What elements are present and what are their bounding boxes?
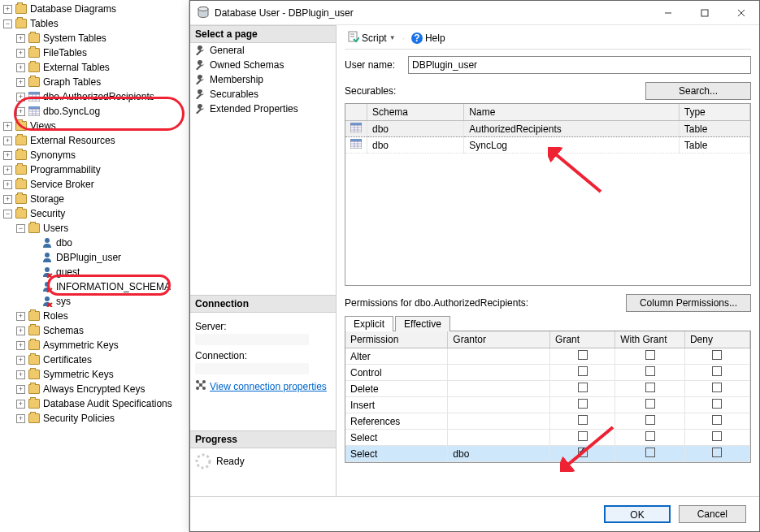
- search-button[interactable]: Search...: [645, 82, 751, 100]
- tree-item[interactable]: Roles: [0, 309, 189, 323]
- permission-row[interactable]: Control: [345, 365, 750, 381]
- tree-item[interactable]: Always Encrypted Keys: [0, 382, 189, 396]
- tree-expander[interactable]: [3, 166, 12, 175]
- tree-item[interactable]: Synonyms: [0, 148, 189, 162]
- tree-expander[interactable]: [16, 34, 25, 43]
- tree-expander[interactable]: [3, 122, 12, 131]
- checkbox[interactable]: [645, 350, 655, 360]
- tree-expander[interactable]: [3, 195, 12, 204]
- securable-row[interactable]: dboAuthorizedRecipientsTable: [345, 121, 750, 137]
- tree-item[interactable]: Certificates: [0, 353, 189, 367]
- tree-item[interactable]: Security: [0, 206, 189, 221]
- tree-item[interactable]: Users: [0, 221, 189, 236]
- tree-expander[interactable]: [16, 224, 25, 233]
- checkbox[interactable]: [712, 431, 722, 441]
- col-permission[interactable]: Permission: [345, 331, 448, 348]
- tree-item[interactable]: FileTables: [0, 45, 189, 60]
- tree-item[interactable]: Views: [0, 119, 189, 133]
- tree-expander[interactable]: [16, 312, 25, 321]
- permissions-grid[interactable]: Permission Grantor Grant With Grant Deny…: [345, 331, 751, 463]
- tree-item[interactable]: Graph Tables: [0, 75, 189, 89]
- tree-item[interactable]: System Tables: [0, 31, 189, 45]
- col-type[interactable]: Type: [679, 104, 749, 121]
- tree-item[interactable]: Symmetric Keys: [0, 367, 189, 382]
- checkbox[interactable]: [645, 431, 655, 441]
- tree-item[interactable]: External Resources: [0, 133, 189, 148]
- tree-item[interactable]: Schemas: [0, 323, 189, 338]
- page-item[interactable]: Owned Schemas: [190, 58, 336, 72]
- tree-expander[interactable]: [3, 180, 12, 189]
- tree-item[interactable]: Tables: [0, 16, 189, 31]
- checkbox[interactable]: [645, 448, 655, 457]
- tree-item[interactable]: DBPlugin_user: [0, 250, 189, 265]
- tree-expander[interactable]: [16, 327, 25, 335]
- checkbox[interactable]: [578, 448, 588, 457]
- tree-item[interactable]: Database Diagrams: [0, 2, 189, 16]
- tree-item[interactable]: guest: [0, 265, 189, 279]
- page-item[interactable]: Securables: [190, 87, 336, 102]
- tab-effective[interactable]: Effective: [395, 316, 450, 331]
- checkbox[interactable]: [578, 366, 588, 376]
- tree-item[interactable]: Programmability: [0, 162, 189, 177]
- permission-row[interactable]: Insert: [345, 397, 750, 413]
- tree-expander[interactable]: [16, 385, 25, 394]
- tree-expander[interactable]: [16, 63, 25, 72]
- tree-expander[interactable]: [16, 356, 25, 365]
- tree-item[interactable]: External Tables: [0, 60, 189, 75]
- checkbox[interactable]: [645, 415, 655, 425]
- checkbox[interactable]: [645, 366, 655, 376]
- tree-expander[interactable]: [3, 19, 12, 28]
- tree-expander[interactable]: [16, 341, 25, 350]
- tree-item[interactable]: Database Audit Specifications: [0, 396, 189, 411]
- col-grant[interactable]: Grant: [550, 331, 615, 348]
- column-permissions-button[interactable]: Column Permissions...: [626, 294, 751, 312]
- checkbox[interactable]: [578, 431, 588, 441]
- checkbox[interactable]: [645, 399, 655, 409]
- permission-row[interactable]: References: [345, 413, 750, 430]
- tree-expander[interactable]: [16, 78, 25, 87]
- securable-row[interactable]: dboSyncLogTable: [345, 137, 750, 154]
- checkbox[interactable]: [712, 415, 722, 425]
- tree-item[interactable]: INFORMATION_SCHEMA: [0, 279, 189, 294]
- help-button[interactable]: Help: [408, 31, 449, 45]
- checkbox[interactable]: [712, 383, 722, 392]
- checkbox[interactable]: [712, 350, 722, 360]
- col-schema[interactable]: Schema: [367, 104, 464, 121]
- ok-button[interactable]: OK: [604, 505, 670, 523]
- checkbox[interactable]: [645, 383, 655, 392]
- cancel-button[interactable]: Cancel: [679, 505, 746, 523]
- tree-expander[interactable]: [16, 107, 25, 116]
- permission-row[interactable]: Select: [345, 430, 750, 446]
- securables-grid[interactable]: Schema Name Type dboAuthorizedRecipients…: [345, 103, 751, 286]
- tree-expander[interactable]: [16, 93, 25, 102]
- tree-item[interactable]: dbo.AuthorizedRecipients: [0, 89, 189, 104]
- view-connection-properties-link[interactable]: View connection properties: [195, 379, 331, 393]
- permission-row[interactable]: Alter: [345, 348, 750, 365]
- tree-expander[interactable]: [3, 136, 12, 145]
- tree-expander[interactable]: [16, 414, 25, 423]
- script-dropdown[interactable]: Script ▼: [345, 29, 399, 46]
- permission-row[interactable]: Selectdbo: [345, 446, 750, 462]
- checkbox[interactable]: [578, 350, 588, 360]
- tree-expander[interactable]: [16, 400, 25, 409]
- tree-item[interactable]: sys: [0, 294, 189, 309]
- col-name[interactable]: Name: [464, 104, 679, 121]
- tree-item[interactable]: Service Broker: [0, 177, 189, 192]
- checkbox[interactable]: [578, 415, 588, 425]
- tree-expander[interactable]: [3, 151, 12, 160]
- tree-item[interactable]: Security Policies: [0, 411, 189, 426]
- tab-explicit[interactable]: Explicit: [345, 316, 393, 331]
- minimize-button[interactable]: [649, 2, 686, 24]
- username-input[interactable]: [408, 56, 751, 74]
- tree-item[interactable]: Asymmetric Keys: [0, 338, 189, 353]
- tree-expander[interactable]: [3, 210, 12, 218]
- permission-row[interactable]: Delete: [345, 381, 750, 397]
- checkbox[interactable]: [712, 448, 722, 457]
- checkbox[interactable]: [578, 383, 588, 392]
- checkbox[interactable]: [712, 399, 722, 409]
- checkbox[interactable]: [578, 399, 588, 409]
- close-button[interactable]: [723, 2, 759, 24]
- page-item[interactable]: Membership: [190, 72, 336, 87]
- tree-expander[interactable]: [3, 5, 12, 14]
- tree-item[interactable]: dbo: [0, 236, 189, 250]
